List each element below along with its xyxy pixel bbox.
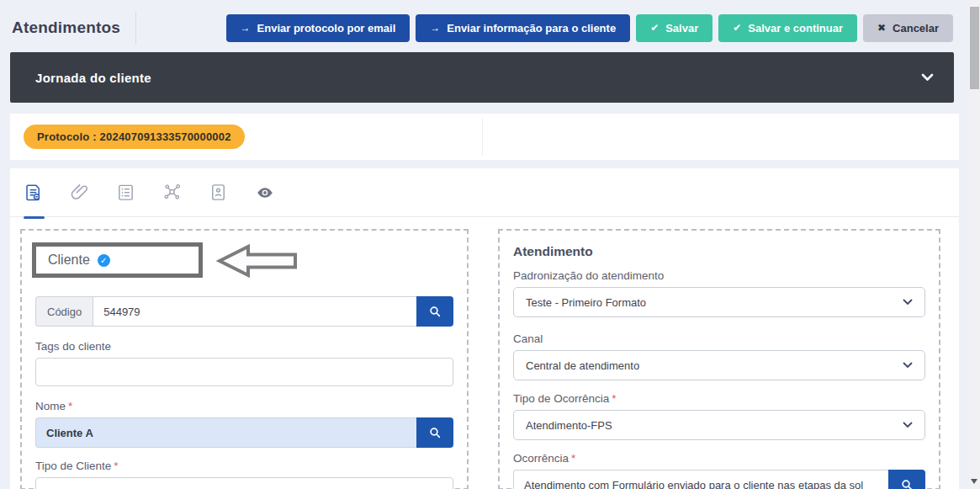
required-mark: * [114,460,118,472]
save-label: Salvar [665,22,698,35]
padronizacao-value: Teste - Primeiro Formato [526,296,903,309]
tab-contacts[interactable] [209,168,255,217]
protocol-badge: Protocolo : 202407091333570000002 [24,125,245,149]
paperclip-icon [70,183,89,202]
tags-input[interactable] [35,358,453,386]
nome-field-group [35,417,453,448]
nome-search-button[interactable] [416,417,453,448]
search-icon [428,426,442,439]
ocorrencia-field-group [513,470,925,489]
contact-book-icon [209,183,228,202]
save-continue-label: Salvar e continuar [748,22,843,35]
check-icon: ✔ [650,23,659,33]
tags-label: Tags do cliente [35,340,453,353]
arrow-right-icon: → [430,23,440,33]
service-panel-title: Atendimento [513,244,925,259]
required-mark: * [612,392,616,405]
annotation-arrow-icon [216,244,300,281]
annotation-highlight-box: Cliente ✓ [32,242,203,278]
page-title: Atendimentos [12,19,120,37]
tab-workflow[interactable] [162,168,209,217]
scrollbar-down-arrow-icon[interactable] [971,479,977,484]
cancel-button[interactable]: ✖ Cancelar [863,14,953,42]
codigo-prefix-label: Código [35,296,93,327]
vertical-scrollbar[interactable] [969,0,980,489]
main-card: Cliente ✓ Código Tags do clie [10,168,959,489]
ocorrencia-input[interactable] [513,470,888,489]
client-panel: Cliente ✓ Código Tags do clie [20,229,469,489]
workflow-icon [162,183,182,202]
chevron-down-icon [903,422,913,428]
client-panel-title: Cliente [48,252,90,268]
checklist-icon [116,183,135,202]
tab-bar [10,168,959,217]
tipo-ocorrencia-value: Atendimento-FPS [526,419,903,432]
tab-checklist[interactable] [116,168,162,217]
tipo-cliente-input[interactable] [35,477,453,489]
close-icon: ✖ [877,23,886,33]
cancel-label: Cancelar [893,22,939,35]
verified-badge-icon: ✓ [98,254,110,267]
document-icon [24,183,43,202]
protocol-strip: Protocolo : 202407091333570000002 [10,114,959,160]
check-icon: ✔ [733,23,741,33]
ocorrencia-search-button[interactable] [888,470,925,489]
padronizacao-select[interactable]: Teste - Primeiro Formato [513,287,925,317]
send-info-client-label: Enviar informação para o cliente [447,22,616,35]
journey-accordion-header[interactable]: Jornada do cliente [10,52,954,103]
arrow-right-icon: → [241,23,251,33]
eye-icon [255,183,275,203]
send-protocol-email-button[interactable]: → Enviar protocolo por email [226,14,411,42]
codigo-input[interactable] [93,296,416,327]
tab-attachments[interactable] [70,168,116,217]
canal-value: Central de atendimento [526,359,903,372]
scrollbar-thumb[interactable] [970,7,979,89]
search-icon [428,305,442,318]
tab-preview[interactable] [255,168,301,217]
tipo-ocorrencia-select[interactable]: Atendimento-FPS [513,410,925,440]
send-protocol-email-label: Enviar protocolo por email [257,22,396,35]
strip-divider [482,118,483,156]
top-toolbar: Atendimentos → Enviar protocolo por emai… [12,10,953,45]
padronizacao-label: Padronização do atendimento [513,269,925,282]
chevron-down-icon [903,299,913,306]
nome-label: Nome* [35,400,453,412]
canal-label: Canal [513,332,925,345]
nome-input[interactable] [35,417,416,448]
service-panel: Atendimento Padronização do atendimento … [498,229,940,489]
save-button[interactable]: ✔ Salvar [636,14,712,42]
codigo-search-button[interactable] [416,296,453,327]
chevron-down-icon [921,73,934,82]
ocorrencia-label: Ocorrência* [513,452,925,465]
journey-title: Jornada do cliente [35,71,151,85]
required-mark: * [68,400,72,412]
codigo-field-group: Código [35,296,453,327]
chevron-down-icon [903,362,913,369]
send-info-client-button[interactable]: → Enviar informação para o cliente [416,14,630,42]
search-icon [900,478,914,489]
canal-select[interactable]: Central de atendimento [513,350,925,380]
tipo-ocorrencia-label: Tipo de Ocorrência* [513,392,925,405]
save-continue-button[interactable]: ✔ Salvar e continuar [718,14,857,42]
required-mark: * [571,452,575,465]
tab-document[interactable] [24,168,70,217]
tipo-cliente-label: Tipo de Cliente* [35,460,453,472]
title-divider [135,12,136,44]
